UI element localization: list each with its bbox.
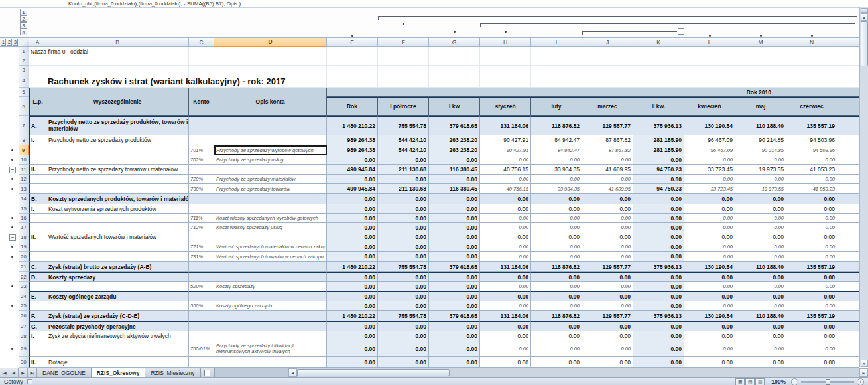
cell-B11[interactable]: Przychody netto ze sprzedaży towarów i m… bbox=[46, 165, 189, 175]
cell-M11[interactable]: 19 973.55 bbox=[735, 165, 786, 175]
cell-D26[interactable] bbox=[214, 311, 327, 321]
cell-D8[interactable] bbox=[214, 135, 327, 145]
cell-O30[interactable] bbox=[837, 357, 859, 368]
row-outline-dot[interactable] bbox=[11, 285, 13, 287]
cell-H27[interactable]: 0.00 bbox=[480, 321, 531, 331]
column-header-A[interactable]: A bbox=[29, 37, 46, 47]
header-opis-konta[interactable]: Opis konta bbox=[214, 88, 327, 116]
cell-I11[interactable]: 33 934.35 bbox=[531, 165, 582, 175]
horizontal-scroll-track[interactable] bbox=[450, 368, 859, 377]
cell-M20[interactable]: 0.00 bbox=[735, 252, 786, 262]
cell-M21[interactable]: 110 188.40 bbox=[735, 262, 786, 272]
cell-K23[interactable]: 0.00 bbox=[633, 282, 684, 291]
cell-K10[interactable]: 0.00 bbox=[633, 155, 684, 165]
cell-L1[interactable] bbox=[684, 47, 735, 56]
scroll-left-icon[interactable]: ◀ bbox=[288, 368, 297, 377]
cell-K25[interactable]: 0.00 bbox=[633, 301, 684, 311]
cell-M13[interactable]: 19 973.55 bbox=[735, 184, 786, 194]
column-header-J[interactable]: J bbox=[582, 37, 633, 47]
cell-E17[interactable]: 0.00 bbox=[327, 223, 378, 232]
cell-H8[interactable]: 90 427.91 bbox=[480, 135, 531, 145]
cell-E16[interactable]: 0.00 bbox=[327, 214, 378, 223]
cell-K2[interactable] bbox=[633, 56, 684, 66]
cell-E29[interactable]: 0.00 bbox=[327, 341, 378, 357]
cell-E8[interactable]: 989 264.38 bbox=[327, 135, 378, 145]
cell-J18[interactable]: 0.00 bbox=[582, 232, 633, 242]
cell-F19[interactable]: 0.00 bbox=[378, 242, 429, 252]
cell-L22[interactable]: 0.00 bbox=[684, 272, 735, 282]
cell-J20[interactable]: 0.00 bbox=[582, 252, 633, 262]
cell-M4[interactable] bbox=[735, 74, 786, 88]
cell-N20[interactable]: 0.00 bbox=[786, 252, 837, 262]
cell-G10[interactable]: 0.00 bbox=[429, 155, 480, 165]
cell-J13[interactable]: 41 689.95 bbox=[582, 184, 633, 194]
cell-C29[interactable]: 760/01% bbox=[189, 341, 214, 357]
cell-B20[interactable] bbox=[46, 252, 189, 262]
header-period-marzec[interactable]: marzec bbox=[582, 97, 633, 116]
cell-E27[interactable]: 0.00 bbox=[327, 321, 378, 331]
cell-J17[interactable]: 0.00 bbox=[582, 223, 633, 232]
cell-A14[interactable]: B. bbox=[29, 194, 46, 204]
row-header-23[interactable]: 23 bbox=[19, 282, 29, 291]
header-period-maj[interactable]: maj bbox=[735, 97, 786, 116]
row-outline-level-button[interactable]: 3 bbox=[13, 38, 18, 46]
column-header-K[interactable]: K bbox=[633, 37, 684, 47]
column-header-D[interactable]: D bbox=[214, 37, 327, 47]
cell-E4[interactable] bbox=[327, 74, 378, 88]
cell-B13[interactable] bbox=[46, 184, 189, 194]
cell-G18[interactable]: 0.00 bbox=[429, 232, 480, 242]
cell-A21[interactable]: C. bbox=[29, 262, 46, 272]
cell-B7[interactable]: Przychody netto ze sprzedaży produktów, … bbox=[46, 116, 189, 135]
cell-L25[interactable]: 0.00 bbox=[684, 301, 735, 311]
cell-M24[interactable]: 0.00 bbox=[735, 291, 786, 301]
cell-G25[interactable]: 0.00 bbox=[429, 301, 480, 311]
cell-F29[interactable]: 0.00 bbox=[378, 341, 429, 357]
cell-C28[interactable] bbox=[189, 331, 214, 341]
cell-M18[interactable]: 0.00 bbox=[735, 232, 786, 242]
name-box[interactable] bbox=[0, 0, 64, 7]
scroll-down-icon[interactable]: ▼ bbox=[861, 360, 868, 367]
cell-F30[interactable]: 0.00 bbox=[378, 357, 429, 368]
cell-G4[interactable] bbox=[429, 74, 480, 88]
cell-J12[interactable]: 0.00 bbox=[582, 175, 633, 184]
row-outline-dot[interactable] bbox=[11, 305, 13, 307]
view-page-break-button[interactable]: ▥ bbox=[755, 378, 765, 385]
cell-F28[interactable]: 0.00 bbox=[378, 331, 429, 341]
cell-O14[interactable] bbox=[837, 194, 859, 204]
cell-D1[interactable] bbox=[214, 47, 327, 56]
cell-C27[interactable] bbox=[189, 321, 214, 331]
cell-F7[interactable]: 755 554.78 bbox=[378, 116, 429, 135]
header-year-band[interactable]: Rok 2010 bbox=[327, 88, 859, 97]
zoom-in-button[interactable]: + bbox=[857, 378, 864, 385]
cell-H23[interactable]: 0.00 bbox=[480, 282, 531, 291]
cell-A7[interactable]: A. bbox=[29, 116, 46, 135]
zoom-slider-thumb[interactable] bbox=[826, 379, 830, 385]
cell-M2[interactable] bbox=[735, 56, 786, 66]
cell-O23[interactable] bbox=[837, 282, 859, 291]
cell-A2[interactable] bbox=[29, 56, 46, 66]
view-page-layout-button[interactable]: ▤ bbox=[745, 378, 755, 385]
cell-F23[interactable]: 0.00 bbox=[378, 282, 429, 291]
cell-D25[interactable]: Koszty ogólnego zarządu bbox=[214, 301, 327, 311]
cell-O21[interactable] bbox=[837, 262, 859, 272]
cell-E13[interactable]: 490 945.84 bbox=[327, 184, 378, 194]
cell-C17[interactable]: 712% bbox=[189, 223, 214, 232]
row-header-26[interactable]: 26 bbox=[19, 311, 29, 321]
cell-F16[interactable]: 0.00 bbox=[378, 214, 429, 223]
cell-H26[interactable]: 131 184.06 bbox=[480, 311, 531, 321]
cell-D9[interactable]: Przychody ze sprzedaży wyrobów gotowych bbox=[214, 145, 327, 155]
cell-C24[interactable] bbox=[189, 291, 214, 301]
cell-A8[interactable]: I. bbox=[29, 135, 46, 145]
cell-B24[interactable]: Koszty ogólnego zarządu bbox=[46, 291, 189, 301]
cell-A10[interactable] bbox=[29, 155, 46, 165]
cell-C16[interactable]: 711% bbox=[189, 214, 214, 223]
cell-I16[interactable]: 0.00 bbox=[531, 214, 582, 223]
row-header-17[interactable]: 17 bbox=[19, 223, 29, 232]
cell-A26[interactable]: F. bbox=[29, 311, 46, 321]
sheet-nav-prev-button[interactable]: ◀ bbox=[9, 368, 19, 377]
cell-O29[interactable] bbox=[837, 341, 859, 357]
cell-I19[interactable]: 0.00 bbox=[531, 242, 582, 252]
column-header-F[interactable]: F bbox=[378, 37, 429, 47]
cell-F2[interactable] bbox=[378, 56, 429, 66]
cell-D2[interactable] bbox=[214, 56, 327, 66]
